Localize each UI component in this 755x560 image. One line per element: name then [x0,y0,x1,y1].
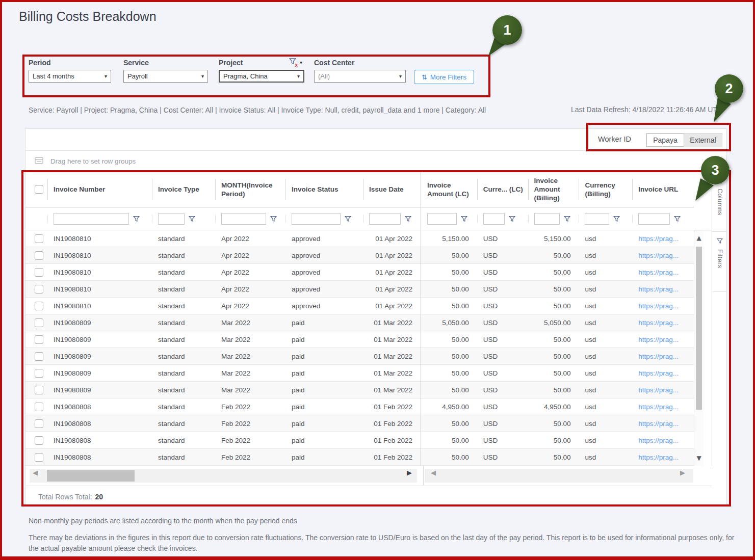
column-filter-input[interactable] [369,213,401,225]
column-filter-input[interactable] [221,213,266,225]
vertical-scrollbar-thumb[interactable] [696,247,702,410]
table-row[interactable]: IN19080810standardApr 2022approved01 Apr… [25,264,421,281]
column-header[interactable]: Issue Date [363,172,421,207]
horizontal-scrollbar-thumb[interactable] [47,470,135,482]
project-select[interactable]: Pragma, China ▾ [219,70,304,83]
table-row[interactable]: IN19080810standardApr 2022approved01 Apr… [25,281,421,298]
filter-funnel-icon[interactable] [674,216,681,222]
row-checkbox[interactable] [35,234,43,243]
column-filter-input[interactable] [534,213,560,225]
table-row[interactable]: IN19080808standardFeb 2022paid01 Feb 202… [25,432,421,449]
period-select[interactable]: Last 4 months ▾ [29,70,111,83]
invoice-url-link[interactable]: https://prag... [638,386,679,394]
column-header[interactable]: Invoice URL [632,172,694,207]
row-checkbox[interactable] [35,251,43,260]
table-row[interactable]: 5,150.00USD5,150.00usdhttps://prag... [421,230,694,247]
invoice-url-link[interactable]: https://prag... [638,269,679,276]
invoice-url-link[interactable]: https://prag... [638,319,679,327]
invoice-url-link[interactable]: https://prag... [638,302,679,310]
row-group-dropzone[interactable]: Drag here to set row groups [25,150,712,172]
column-filter-input[interactable] [638,213,670,225]
clear-filter-icon[interactable]: x [289,58,296,67]
table-row[interactable]: 50.00USD50.00usdhttps://prag... [421,365,694,382]
horizontal-scrollbar-left[interactable]: ◀ ▶ [30,466,417,486]
filter-funnel-icon[interactable] [461,216,467,222]
invoice-url-link[interactable]: https://prag... [638,235,679,243]
table-row[interactable]: 50.00USD50.00usdhttps://prag... [421,449,694,466]
service-select[interactable]: Payroll ▾ [123,70,208,83]
vertical-scrollbar[interactable]: ▲ ▼ [694,230,704,466]
column-header[interactable]: Curre... (LC) [477,172,528,207]
scroll-right-icon[interactable]: ▶ [680,469,685,476]
table-row[interactable]: 50.00USD50.00usdhttps://prag... [421,331,694,348]
column-filter-input[interactable] [585,213,609,225]
table-row[interactable]: 50.00USD50.00usdhttps://prag... [421,281,694,298]
table-row[interactable]: 50.00USD50.00usdhttps://prag... [421,348,694,365]
tab-filters[interactable]: Filters [712,232,727,292]
filter-funnel-icon[interactable] [345,216,351,222]
table-row[interactable]: IN19080810standardApr 2022approved01 Apr… [25,230,421,247]
table-row[interactable]: IN19080808standardFeb 2022paid01 Feb 202… [25,415,421,432]
scroll-left-icon[interactable]: ◀ [33,469,38,476]
filter-funnel-icon[interactable] [564,216,570,222]
row-checkbox[interactable] [35,318,43,327]
table-row[interactable]: IN19080808standardFeb 2022paid01 Feb 202… [25,449,421,466]
column-header[interactable]: Invoice Amount (LC) [421,172,477,207]
table-row[interactable]: IN19080809standardMar 2022paid01 Mar 202… [25,365,421,382]
table-row[interactable]: IN19080810standardApr 2022approved01 Apr… [25,247,421,264]
row-checkbox[interactable] [35,268,43,277]
column-header[interactable]: Currency (Billing) [579,172,632,207]
cost-center-select[interactable]: (All) ▾ [314,70,406,83]
table-row[interactable]: IN19080809standardMar 2022paid01 Mar 202… [25,382,421,398]
table-row[interactable]: 50.00USD50.00usdhttps://prag... [421,298,694,314]
invoice-url-link[interactable]: https://prag... [638,336,679,343]
table-row[interactable]: 50.00USD50.00usdhttps://prag... [421,264,694,281]
row-checkbox[interactable] [35,403,43,411]
row-checkbox[interactable] [35,386,43,394]
invoice-url-link[interactable]: https://prag... [638,252,679,259]
column-filter-input[interactable] [158,213,185,225]
column-filter-input[interactable] [292,213,341,225]
scroll-right-icon[interactable]: ▶ [407,469,412,476]
column-header[interactable]: Invoice Number [47,172,152,207]
column-header[interactable]: Invoice Amount (Billing) [528,172,579,207]
more-filters-button[interactable]: ⇅ More Filters [414,70,474,84]
row-checkbox[interactable] [35,285,43,294]
row-checkbox[interactable] [35,419,43,428]
column-header[interactable]: Invoice Type [152,172,215,207]
filter-funnel-icon[interactable] [189,216,195,222]
filter-funnel-icon[interactable] [405,216,411,222]
invoice-url-link[interactable]: https://prag... [638,403,679,411]
table-row[interactable]: IN19080809standardMar 2022paid01 Mar 202… [25,331,421,348]
table-row[interactable]: 50.00USD50.00usdhttps://prag... [421,382,694,398]
column-filter-input[interactable] [427,213,457,225]
table-row[interactable]: 5,050.00USD5,050.00usdhttps://prag... [421,314,694,331]
table-row[interactable]: 50.00USD50.00usdhttps://prag... [421,432,694,449]
row-checkbox[interactable] [35,436,43,445]
select-all-header[interactable] [25,172,47,207]
table-row[interactable]: IN19080809standardMar 2022paid01 Mar 202… [25,348,421,365]
row-checkbox[interactable] [35,453,43,462]
row-checkbox[interactable] [35,302,43,310]
scroll-up-icon[interactable]: ▲ [695,234,702,242]
table-row[interactable]: 50.00USD50.00usdhttps://prag... [421,247,694,264]
filter-funnel-icon[interactable] [613,216,620,222]
filter-funnel-icon[interactable] [509,216,515,222]
row-checkbox[interactable] [35,335,43,344]
worker-id-option-papaya[interactable]: Papaya [646,134,684,147]
table-row[interactable]: 50.00USD50.00usdhttps://prag... [421,415,694,432]
chevron-down-icon[interactable]: ▾ [300,60,302,65]
row-checkbox[interactable] [35,369,43,378]
column-filter-input[interactable] [54,213,129,225]
table-row[interactable]: IN19080810standardApr 2022approved01 Apr… [25,298,421,314]
row-checkbox[interactable] [35,352,43,361]
worker-id-option-external[interactable]: External [684,134,722,147]
invoice-url-link[interactable]: https://prag... [638,285,679,293]
invoice-url-link[interactable]: https://prag... [638,353,679,360]
horizontal-scrollbar-right[interactable]: ◀ ▶ [423,466,692,486]
scroll-left-icon[interactable]: ◀ [431,469,436,476]
invoice-url-link[interactable]: https://prag... [638,369,679,377]
table-row[interactable]: IN19080808standardFeb 2022paid01 Feb 202… [25,398,421,415]
column-header[interactable]: Invoice Status [285,172,363,207]
select-all-checkbox[interactable] [35,185,43,194]
